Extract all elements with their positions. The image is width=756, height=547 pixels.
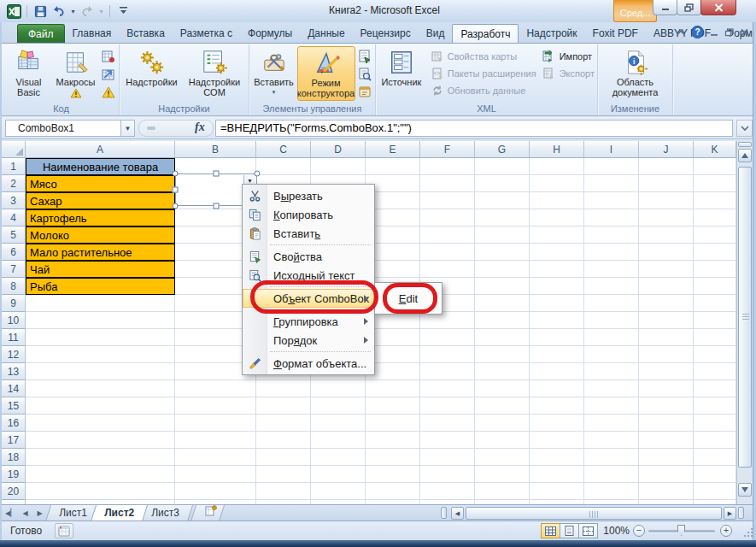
cell-I7[interactable] [584, 261, 639, 278]
column-header-B[interactable]: B [175, 141, 256, 158]
cell-D16[interactable] [311, 415, 366, 432]
ribbon-tab-9[interactable]: Надстройк [519, 24, 584, 43]
macros-button[interactable]: Макросы [53, 46, 99, 101]
cell-F12[interactable] [420, 346, 475, 363]
cell-A6[interactable]: Мало растительное [26, 244, 175, 261]
cell-F7[interactable] [420, 261, 475, 278]
cell-B15[interactable] [175, 397, 256, 415]
cell-E17[interactable] [366, 432, 420, 449]
cell-H16[interactable] [530, 415, 584, 432]
cell-J15[interactable] [639, 397, 694, 415]
cell-D20[interactable] [311, 483, 366, 500]
cell-F5[interactable] [420, 226, 475, 244]
map-properties-button[interactable]: Свойства карты [430, 49, 536, 64]
doc-close-icon[interactable] [740, 28, 749, 37]
menu-item-paste[interactable]: Вставить [243, 224, 374, 243]
cell-G5[interactable] [475, 226, 530, 244]
normal-view-button[interactable] [541, 523, 560, 538]
ribbon-tab-6[interactable]: Рецензирс [353, 24, 419, 43]
cell-C20[interactable] [256, 483, 311, 500]
cell-B14[interactable] [175, 380, 256, 397]
cell-E16[interactable] [366, 415, 420, 432]
expansion-packs-button[interactable]: <> Пакеты расширения [430, 66, 536, 81]
column-header-A[interactable]: A [26, 141, 175, 158]
column-header-F[interactable]: F [420, 141, 475, 158]
cell-C1[interactable] [256, 158, 311, 175]
cell-H5[interactable] [530, 226, 584, 244]
cell-G19[interactable] [475, 466, 530, 483]
cell-K18[interactable] [694, 449, 736, 466]
next-sheet-icon[interactable]: ▶ [34, 507, 45, 519]
cell-D19[interactable] [311, 466, 366, 483]
cell-F1[interactable] [420, 158, 475, 175]
row-header-1[interactable]: 1 [2, 158, 26, 175]
cell-G11[interactable] [475, 329, 530, 346]
cell-H14[interactable] [530, 380, 584, 397]
ribbon-tab-10[interactable]: Foxit PDF [585, 24, 646, 43]
doc-minimize-icon[interactable] [709, 28, 719, 37]
cell-K12[interactable] [694, 346, 736, 363]
cell-F2[interactable] [420, 175, 475, 192]
cell-J17[interactable] [639, 432, 694, 449]
selection-handle[interactable] [214, 171, 220, 177]
vertical-scroll-thumb[interactable] [738, 167, 752, 468]
cell-H13[interactable] [530, 363, 584, 380]
cell-C18[interactable] [256, 449, 311, 466]
cell-J1[interactable] [639, 158, 694, 175]
cell-G15[interactable] [475, 397, 530, 415]
cell-K13[interactable] [694, 363, 736, 380]
cell-F13[interactable] [420, 363, 475, 380]
column-header-I[interactable]: I [584, 141, 639, 158]
minimize-button[interactable] [653, 0, 677, 15]
cell-H18[interactable] [530, 449, 584, 466]
cell-E1[interactable] [366, 158, 420, 175]
cell-K7[interactable] [694, 261, 736, 278]
cell-F17[interactable] [420, 432, 475, 449]
export-button[interactable]: Экспорт [542, 66, 595, 81]
column-header-J[interactable]: J [639, 141, 694, 158]
prev-sheet-icon[interactable]: ◀ [20, 507, 31, 519]
zoom-out-button[interactable]: − [633, 525, 645, 537]
excel-logo-icon[interactable] [5, 3, 22, 20]
ribbon-tab-5[interactable]: Данные [300, 24, 352, 43]
cell-G12[interactable] [475, 346, 530, 363]
cell-H2[interactable] [530, 175, 584, 192]
cell-J18[interactable] [639, 449, 694, 466]
insert-sheet-tab[interactable] [190, 505, 225, 521]
import-button[interactable]: Импорт [542, 49, 595, 64]
first-sheet-icon[interactable]: ◀▏ [5, 507, 16, 519]
cell-I11[interactable] [584, 329, 639, 346]
cell-I6[interactable] [584, 244, 639, 261]
macro-security-small-icon[interactable] [101, 85, 116, 100]
page-layout-view-button[interactable] [560, 523, 579, 538]
cell-G17[interactable] [475, 432, 530, 449]
sheet-tab-Лист2[interactable]: Лист2 [91, 505, 148, 521]
column-header-H[interactable]: H [530, 141, 584, 158]
cell-A1[interactable]: Наименование товара [26, 158, 175, 175]
row-header-4[interactable]: 4 [2, 209, 26, 226]
cell-H11[interactable] [530, 329, 584, 346]
cell-K2[interactable] [694, 175, 736, 192]
redo-dropdown-icon[interactable]: ▾ [97, 8, 105, 15]
cell-A20[interactable] [26, 483, 175, 500]
cell-A12[interactable] [26, 346, 175, 363]
row-header-9[interactable]: 9 [2, 295, 26, 312]
row-header-12[interactable]: 12 [2, 346, 26, 363]
cell-G2[interactable] [475, 175, 530, 192]
name-box-dropdown-icon[interactable]: ▼ [121, 120, 135, 137]
column-header-K[interactable]: K [694, 141, 736, 158]
record-macro-icon[interactable] [101, 49, 116, 64]
cell-E20[interactable] [366, 483, 420, 500]
resize-grip[interactable] [742, 526, 753, 537]
row-header-17[interactable]: 17 [2, 432, 26, 449]
visual-basic-button[interactable]: Visual Basic [7, 46, 51, 101]
cell-C15[interactable] [256, 397, 311, 415]
cell-G18[interactable] [475, 449, 530, 466]
menu-item-cut[interactable]: Вырезать [243, 186, 374, 205]
row-header-16[interactable]: 16 [2, 415, 26, 432]
selection-handle[interactable] [255, 171, 261, 177]
cell-A7[interactable]: Чай [26, 261, 175, 278]
cell-F19[interactable] [420, 466, 475, 483]
cell-J2[interactable] [639, 175, 694, 192]
cell-A16[interactable] [26, 415, 175, 432]
